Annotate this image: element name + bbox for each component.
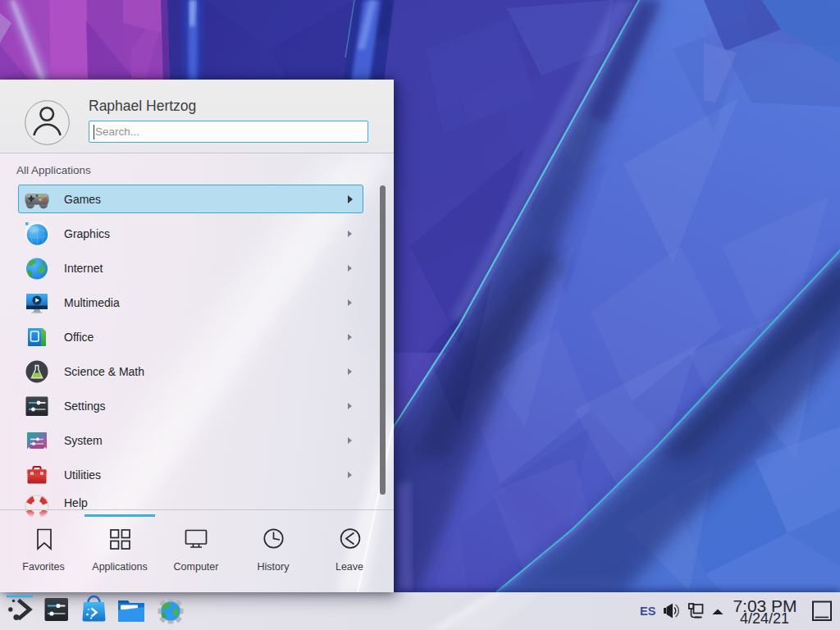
svg-text:ES: ES	[640, 605, 656, 618]
svg-text:4/24/21: 4/24/21	[740, 610, 789, 627]
